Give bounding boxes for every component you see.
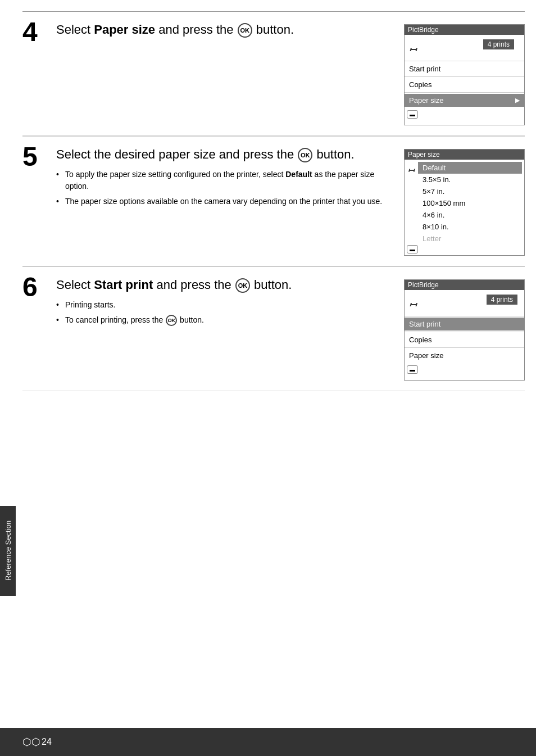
step-5-item-default: Default [418,162,522,174]
step-5-screen-body: ꟷ Default 3.5×5 in. 5×7 in. 100×150 mm 4… [405,160,524,242]
step-6-section: 6 Select Start print and press the OK bu… [22,266,525,391]
step-6-content: Select Start print and press the OK butt… [56,277,404,381]
step-5-screen: Paper size ꟷ Default 3.5×5 in. 5×7 in. 1… [404,149,525,256]
step-6-bullet-1: Printing starts. [56,299,393,311]
step-6-title-before: Select [56,278,94,292]
step-4-menu-arrow: ▶ [515,97,520,104]
step-4-screen-header: PictBridge [405,25,524,35]
step-6-menu-paper-size: Paper size [405,349,524,362]
ok-button-icon-5: OK [298,148,312,162]
step-4-screen-body: ꟷ 4 prints Start print Copies Paper size… [405,35,524,107]
bottom-bar: ⬡⬡ 24 [0,728,536,756]
step-4-title: Select Paper size and press the OK butto… [56,22,393,38]
step-4-title-bold: Paper size [94,22,155,37]
step-4-camera-icon-area: ꟷ 4 prints [405,35,524,60]
step-5-number: 5 [22,143,56,256]
step-5-item-letter: Letter [418,233,522,242]
step-4-camera-symbol: ꟷ [408,39,417,57]
step-5-footer-btn: ▬ [407,245,418,253]
step-6-title-bold: Start print [94,278,153,292]
step-4-section: 4 Select Paper size and press the OK but… [22,11,525,136]
step-5-item-35x5: 3.5×5 in. [418,174,522,185]
step-6-menu-copies: Copies [405,333,524,346]
step-5-title: Select the desired paper size and press … [56,147,393,163]
ok-button-icon-6: OK [235,278,250,293]
step-4-number: 4 [22,19,56,125]
step-6-bullets: Printing starts. To cancel printing, pre… [56,299,393,326]
step-6-screen-header: PictBridge [405,280,524,290]
page-icon: ⬡⬡ [22,736,40,748]
step-4-title-suffix: button. [256,22,294,37]
step-4-content: Select Paper size and press the OK butto… [56,22,404,125]
step-6-camera-symbol: ꟷ [408,295,417,313]
step-6-title-suffix: button. [254,278,292,292]
step-4-menu-paper-size: Paper size ▶ [405,94,524,107]
step-6-title: Select Start print and press the OK butt… [56,277,393,293]
step-6-number: 6 [22,274,56,381]
step-4-title-after: and press the [155,22,237,37]
ok-button-icon-4: OK [238,23,252,38]
step-5-bullet-1: To apply the paper size setting configur… [56,169,393,192]
step-5-section: 5 Select the desired paper size and pres… [22,136,525,266]
step-4-menu-copies: Copies [405,78,524,91]
step-5-item-5x7: 5×7 in. [418,185,522,197]
page-number: 24 [42,737,52,747]
step-4-prints-bar: 4 prints [483,39,514,49]
step-6-screen-body: ꟷ 4 prints Start print Copies Paper size [405,290,524,362]
step-6-bullet-2: To cancel printing, press the OK button. [56,314,393,326]
step-5-title-suffix: button. [316,147,354,161]
step-4-title-before: Select [56,22,94,37]
step-5-bullets: To apply the paper size setting configur… [56,169,393,207]
step-5-item-8x10: 8×10 in. [418,221,522,233]
main-content: 4 Select Paper size and press the OK but… [22,0,525,391]
step-4-menu-start-print: Start print [405,62,524,75]
side-tab-label: Reference Section [4,521,12,581]
step-4-screen: PictBridge ꟷ 4 prints Start print Copies [404,24,525,125]
ok-button-icon-6b: OK [166,315,177,326]
page-number-area: ⬡⬡ 24 [22,736,52,748]
step-5-item-4x6: 4×6 in. [418,209,522,221]
step-5-title-before: Select the desired paper size and press … [56,147,297,161]
side-tab: Reference Section [0,506,16,596]
step-6-footer-btn: ▬ [407,365,418,374]
step-5-bullet-2: The paper size options available on the … [56,196,393,207]
step-6-camera-icon-area: ꟷ 4 prints [405,290,524,315]
step-4-footer-btn: ▬ [407,110,418,119]
step-5-content: Select the desired paper size and press … [56,147,404,256]
step-5-screen-header: Paper size [405,150,524,160]
step-6-prints-bar: 4 prints [487,295,517,305]
step-5-item-100x150: 100×150 mm [418,197,522,209]
step-6-menu-start-print: Start print [405,318,524,331]
step-6-screen: PictBridge ꟷ 4 prints Start print Copies… [404,279,525,381]
step-6-title-after: and press the [153,278,235,292]
